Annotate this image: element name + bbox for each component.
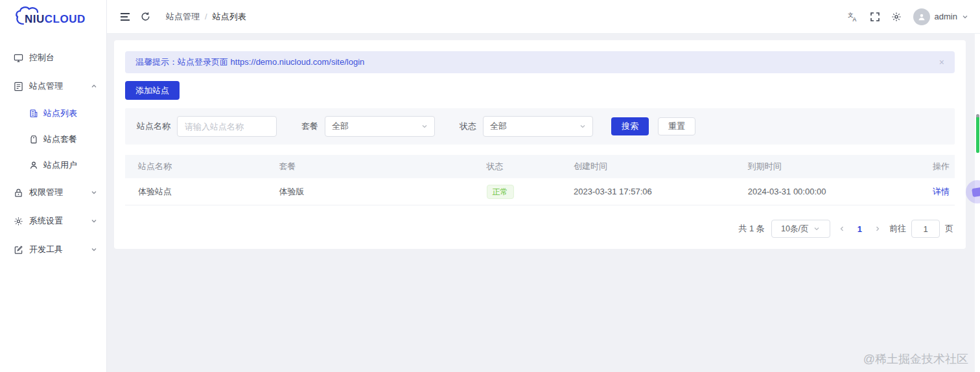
translate-icon[interactable]: 文A	[848, 12, 859, 22]
cell-package: 体验版	[266, 186, 474, 198]
chevron-down-icon	[962, 14, 968, 20]
main-content: 温馨提示：站点登录页面 https://demo.niucloud.com/si…	[107, 34, 980, 372]
chevron-up-icon	[91, 83, 97, 89]
cell-expires: 2024-03-31 00:00:00	[735, 187, 909, 196]
col-header-status: 状态	[474, 161, 561, 172]
cell-created: 2023-03-31 17:57:06	[561, 187, 735, 196]
feedback-icon	[972, 187, 980, 196]
breadcrumb-item-current: 站点列表	[213, 11, 246, 23]
col-header-name: 站点名称	[125, 161, 266, 172]
cell-site-name: 体验站点	[125, 186, 266, 198]
sidebar-item-label: 控制台	[29, 52, 54, 64]
goto-label: 前往	[889, 223, 906, 235]
prev-page-icon[interactable]	[837, 226, 847, 232]
sidebar-item-label: 开发工具	[29, 244, 63, 255]
sidebar-item-console[interactable]: 控制台	[0, 43, 106, 72]
chevron-down-icon	[421, 123, 428, 130]
chevron-down-icon	[91, 189, 97, 196]
package-select[interactable]: 全部	[325, 116, 435, 137]
sidebar-item-label: 站点用户	[43, 159, 77, 171]
pagination-total: 共 1 条	[738, 223, 764, 235]
chevron-down-icon	[579, 123, 586, 130]
building-icon	[29, 109, 38, 119]
filter-bar: 站点名称 套餐 全部 状态 全部 搜索 重置	[125, 108, 955, 145]
search-button[interactable]: 搜索	[611, 117, 649, 135]
user-menu[interactable]: admin	[913, 8, 968, 25]
detail-link[interactable]: 详情	[933, 187, 950, 196]
svg-text:A: A	[852, 16, 856, 21]
avatar	[913, 8, 930, 25]
chevron-down-icon	[91, 218, 97, 224]
page-size-select[interactable]: 10条/页	[771, 220, 830, 238]
alert-text: 温馨提示：站点登录页面 https://demo.niucloud.com/si…	[135, 56, 364, 68]
brand-name: NIUCLOUD	[25, 13, 86, 26]
lock-icon	[13, 187, 23, 198]
sidebar-item-site-list[interactable]: 站点列表	[0, 100, 106, 126]
sidebar-item-dev-tools[interactable]: 开发工具	[0, 235, 106, 264]
page-number-current[interactable]: 1	[854, 224, 866, 234]
board-icon	[13, 81, 23, 91]
page-unit-label: 页	[945, 223, 953, 235]
topbar: 站点管理 / 站点列表 文A admin	[107, 0, 980, 34]
user-icon	[29, 161, 38, 170]
sidebar-menu: 控制台 站点管理 站点列表 站点套餐	[0, 36, 106, 264]
package-label: 套餐	[301, 121, 318, 132]
reset-button[interactable]: 重置	[658, 117, 695, 135]
breadcrumb: 站点管理 / 站点列表	[166, 11, 246, 23]
tag-icon	[29, 135, 38, 145]
col-header-package: 套餐	[266, 161, 474, 172]
gear-icon[interactable]	[891, 12, 902, 22]
monitor-icon	[13, 52, 23, 63]
table-header-row: 站点名称 套餐 状态 创建时间 到期时间 操作	[125, 155, 955, 178]
close-icon[interactable]: ×	[939, 58, 944, 67]
username: admin	[935, 12, 957, 21]
goto-page-input[interactable]	[911, 220, 940, 238]
cell-action: 详情	[909, 186, 955, 198]
next-page-icon[interactable]	[872, 226, 883, 232]
hamburger-icon[interactable]	[120, 12, 130, 21]
refresh-icon[interactable]	[141, 12, 150, 21]
sidebar-item-label: 权限管理	[29, 187, 63, 198]
chevron-down-icon	[813, 226, 820, 232]
sidebar: NIUCLOUD 控制台 站点管理 站点列表	[0, 0, 107, 372]
site-name-input[interactable]	[177, 116, 277, 137]
topbar-actions: 文A admin	[848, 8, 968, 25]
edit-icon	[13, 244, 23, 255]
add-site-button[interactable]: 添加站点	[125, 81, 180, 100]
sidebar-item-label: 系统设置	[29, 215, 63, 227]
brand-logo[interactable]: NIUCLOUD	[0, 0, 106, 36]
status-badge: 正常	[487, 185, 514, 199]
pagination: 共 1 条 10条/页 1 前往 页	[125, 220, 955, 238]
sidebar-item-settings[interactable]: 系统设置	[0, 207, 106, 235]
sidebar-item-label: 站点管理	[29, 80, 63, 92]
col-header-created: 创建时间	[561, 161, 735, 172]
status-select-value: 全部	[490, 121, 507, 132]
watermark: @稀土掘金技术社区	[863, 351, 968, 367]
table-row: 体验站点 体验版 正常 2023-03-31 17:57:06 2024-03-…	[125, 178, 955, 205]
cell-status: 正常	[474, 185, 561, 199]
chevron-down-icon	[91, 246, 97, 253]
status-select[interactable]: 全部	[483, 116, 593, 137]
info-alert: 温馨提示：站点登录页面 https://demo.niucloud.com/si…	[125, 51, 955, 73]
breadcrumb-item[interactable]: 站点管理	[166, 11, 200, 23]
site-name-label: 站点名称	[137, 121, 170, 132]
page-size-value: 10条/页	[781, 224, 808, 235]
package-select-value: 全部	[332, 121, 349, 132]
status-label: 状态	[460, 121, 476, 132]
sidebar-item-site-user[interactable]: 站点用户	[0, 152, 106, 178]
fullscreen-icon[interactable]	[870, 12, 880, 21]
col-header-expires: 到期时间	[735, 161, 909, 172]
sidebar-item-site-management[interactable]: 站点管理	[0, 72, 106, 100]
sidebar-item-site-package[interactable]: 站点套餐	[0, 126, 106, 152]
sidebar-item-label: 站点套餐	[43, 134, 77, 145]
scrollbar-thumb[interactable]	[976, 114, 979, 153]
sidebar-item-label: 站点列表	[43, 108, 77, 119]
col-header-action: 操作	[909, 161, 955, 172]
gear-icon	[13, 216, 23, 226]
content-card: 温馨提示：站点登录页面 https://demo.niucloud.com/si…	[114, 40, 966, 249]
sites-table: 站点名称 套餐 状态 创建时间 到期时间 操作 体验站点 体验版 正常 2023…	[125, 155, 955, 205]
sidebar-item-permission[interactable]: 权限管理	[0, 178, 106, 207]
breadcrumb-separator: /	[205, 12, 207, 21]
